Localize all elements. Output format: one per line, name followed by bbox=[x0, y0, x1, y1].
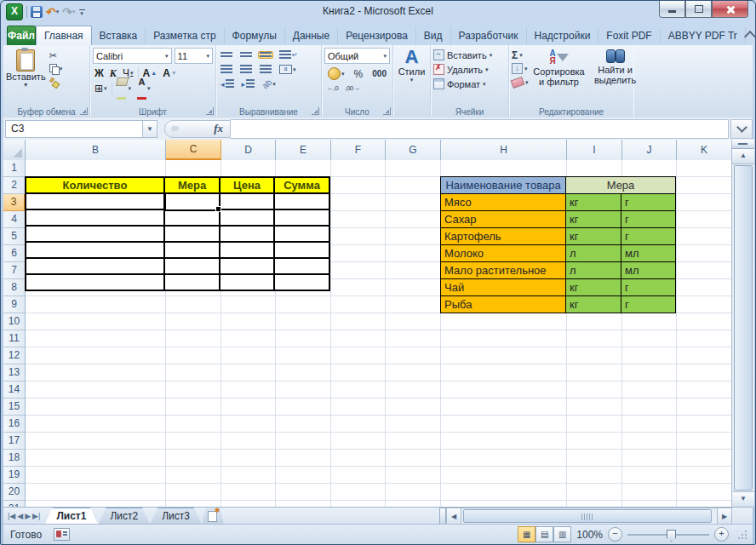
column-header-D[interactable]: D bbox=[221, 140, 276, 160]
zoom-slider-handle[interactable] bbox=[667, 530, 676, 542]
minimize-button[interactable] bbox=[659, 1, 685, 18]
product-unit2-3[interactable]: мл bbox=[621, 245, 675, 261]
column-header-E[interactable]: E bbox=[276, 140, 331, 160]
quantity-cell-r0c2[interactable] bbox=[220, 194, 273, 209]
product-name-4[interactable]: Мало растительное bbox=[441, 262, 565, 278]
ribbon-tab-0[interactable]: Главная bbox=[36, 26, 92, 45]
row-header-19[interactable]: 19 bbox=[3, 467, 25, 484]
ribbon-tab-2[interactable]: Разметка стр bbox=[146, 27, 224, 45]
delete-cells-button[interactable]: Удалить▾ bbox=[433, 62, 506, 77]
product-name-5[interactable]: Чай bbox=[441, 279, 565, 295]
quantity-cell-r1c3[interactable] bbox=[275, 210, 329, 225]
comma-style-button[interactable]: 000 bbox=[370, 68, 388, 79]
quantity-cell-r4c1[interactable] bbox=[165, 259, 219, 273]
sort-filter-button[interactable]: АЯ Сортировка и фильтр bbox=[533, 48, 586, 88]
scroll-up-icon[interactable]: ▲ bbox=[732, 149, 754, 164]
product-name-0[interactable]: Мясо bbox=[441, 194, 565, 210]
zoom-slider[interactable] bbox=[627, 528, 709, 541]
find-select-button[interactable]: Найти и выделить bbox=[591, 48, 640, 88]
ribbon-tab-4[interactable]: Данные bbox=[285, 27, 338, 45]
fill-handle[interactable] bbox=[215, 206, 221, 212]
row-header-18[interactable]: 18 bbox=[3, 450, 25, 467]
ribbon-tab-9[interactable]: Foxit PDF bbox=[598, 27, 660, 45]
row-header-15[interactable]: 15 bbox=[3, 399, 25, 416]
row-header-16[interactable]: 16 bbox=[3, 416, 25, 433]
column-header-I[interactable]: I bbox=[567, 140, 622, 160]
quantity-cell-r5c0[interactable] bbox=[26, 275, 163, 290]
orientation-button[interactable]: ab▾ bbox=[261, 78, 278, 89]
restore-button[interactable] bbox=[685, 1, 712, 18]
product-name-2[interactable]: Картофель bbox=[441, 228, 565, 244]
next-sheet-icon[interactable]: ▶ bbox=[25, 512, 31, 520]
row-header-4[interactable]: 4 bbox=[3, 211, 25, 228]
product-unit1-2[interactable]: кг bbox=[566, 228, 621, 244]
align-left-button[interactable] bbox=[219, 64, 234, 75]
quantity-cell-r5c1[interactable] bbox=[165, 275, 219, 290]
quantity-cell-r5c3[interactable] bbox=[275, 275, 329, 290]
product-unit1-4[interactable]: л bbox=[566, 262, 621, 278]
ribbon-tab-10[interactable]: ABBYY PDF Tr bbox=[661, 27, 746, 45]
quantity-cell-r4c0[interactable] bbox=[26, 259, 163, 273]
quantity-cell-r1c2[interactable] bbox=[220, 210, 273, 225]
row-header-20[interactable]: 20 bbox=[3, 484, 25, 501]
product-unit2-2[interactable]: г bbox=[621, 228, 675, 244]
quantity-cell-r4c3[interactable] bbox=[275, 259, 329, 273]
normal-view-button[interactable]: ▦ bbox=[518, 526, 536, 542]
quantity-cell-r0c0[interactable] bbox=[26, 194, 163, 209]
zoom-out-button[interactable]: − bbox=[608, 527, 622, 542]
align-top-button[interactable] bbox=[219, 51, 234, 59]
font-size-select[interactable]: 11▾ bbox=[175, 48, 213, 64]
quantity-cell-r3c1[interactable] bbox=[165, 243, 219, 257]
merge-center-button[interactable]: a▾ bbox=[278, 64, 298, 75]
increase-indent-button[interactable]: ▸ bbox=[240, 78, 257, 89]
format-cells-button[interactable]: Формат▾ bbox=[433, 77, 506, 91]
wrap-text-button[interactable]: ↵ bbox=[278, 49, 300, 60]
horizontal-scrollbar[interactable] bbox=[461, 508, 717, 525]
quantity-cell-r3c3[interactable] bbox=[275, 243, 329, 257]
sheet-tab-Лист1[interactable]: Лист1 bbox=[44, 508, 98, 525]
product-name-1[interactable]: Сахар bbox=[441, 211, 565, 227]
clipboard-dialog-launcher[interactable] bbox=[80, 107, 88, 115]
zoom-level[interactable]: 100% bbox=[576, 529, 603, 541]
sheet-tab-Лист2[interactable]: Лист2 bbox=[98, 508, 150, 525]
quantity-cell-r2c1[interactable] bbox=[165, 227, 219, 241]
quantity-cell-r2c0[interactable] bbox=[26, 227, 163, 241]
sheet-tab-Лист3[interactable]: Лист3 bbox=[150, 508, 202, 525]
format-painter-button[interactable] bbox=[49, 77, 63, 88]
product-unit2-4[interactable]: мл bbox=[621, 262, 675, 278]
quantity-cell-r4c2[interactable] bbox=[220, 259, 273, 273]
column-header-K[interactable]: K bbox=[677, 140, 732, 160]
quantity-cell-r1c0[interactable] bbox=[26, 210, 163, 225]
last-sheet-icon[interactable]: ▶| bbox=[32, 512, 40, 520]
cells-area[interactable]: КоличествоМераЦенаСумма Наименование тов… bbox=[26, 160, 732, 507]
hscroll-right-icon[interactable]: ▶ bbox=[717, 508, 732, 525]
quantity-cell-r2c2[interactable] bbox=[220, 227, 273, 241]
font-color-button[interactable]: А▾ bbox=[135, 82, 152, 95]
ribbon-tab-6[interactable]: Вид bbox=[416, 27, 451, 45]
macro-record-icon[interactable] bbox=[54, 528, 70, 541]
fill-button[interactable]: ↓▾ bbox=[512, 63, 529, 74]
tab-file[interactable]: Файл bbox=[7, 26, 36, 45]
vertical-scrollbar[interactable]: ▲ ▼ bbox=[731, 140, 754, 507]
decrease-indent-button[interactable]: ◂ bbox=[219, 78, 236, 89]
row-header-12[interactable]: 12 bbox=[3, 347, 25, 364]
product-unit1-5[interactable]: кг bbox=[566, 279, 621, 295]
styles-button[interactable]: A Стили ▾ bbox=[396, 48, 427, 83]
quantity-cell-r1c1[interactable] bbox=[165, 210, 219, 225]
quantity-cell-r5c2[interactable] bbox=[220, 275, 273, 290]
column-header-G[interactable]: G bbox=[386, 140, 441, 160]
row-header-13[interactable]: 13 bbox=[3, 364, 25, 382]
quantity-cell-r3c2[interactable] bbox=[220, 243, 273, 257]
align-middle-button[interactable] bbox=[238, 51, 254, 59]
ribbon-tab-7[interactable]: Разработчик bbox=[451, 27, 527, 45]
split-box[interactable] bbox=[732, 140, 754, 149]
column-header-B[interactable]: B bbox=[26, 140, 166, 160]
row-header-21[interactable]: 21 bbox=[3, 501, 25, 507]
product-unit1-0[interactable]: кг bbox=[566, 194, 621, 210]
align-center-button[interactable] bbox=[238, 64, 254, 75]
ribbon-tab-1[interactable]: Вставка bbox=[92, 27, 146, 45]
insert-cells-button[interactable]: Вставить▾ bbox=[433, 48, 506, 62]
product-unit2-0[interactable]: г bbox=[621, 194, 675, 210]
decrease-decimal-button[interactable]: ,00→ bbox=[345, 84, 359, 92]
name-box-dropdown-icon[interactable]: ▼ bbox=[143, 120, 158, 138]
